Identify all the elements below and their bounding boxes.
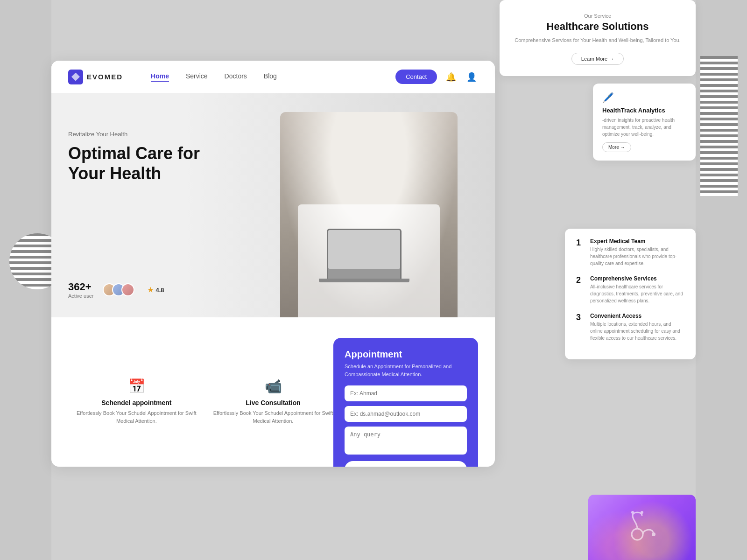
feature-list-content-1: Expert Medical Team Highly skilled docto…	[590, 238, 684, 267]
hero-title-line2: Your Health	[68, 164, 161, 183]
feature-list-content-3: Convenient Access Multiple locations, ex…	[590, 313, 684, 342]
brand-name: EVOMED	[87, 73, 123, 81]
nav-right: Contact 🔔 👤	[395, 70, 478, 84]
feature-num-2: 2	[576, 275, 585, 304]
doctor-photo	[280, 112, 458, 317]
hs-desc: Comprehensive Services for Your Health a…	[514, 36, 682, 44]
stethoscope-icon	[623, 509, 661, 546]
analytics-desc: -driven insights for proactive health ma…	[602, 117, 686, 138]
schedule-icon: 📅	[76, 378, 197, 394]
user-icon[interactable]: 👤	[465, 70, 478, 84]
feature-list-item-1: 1 Expert Medical Team Highly skilled doc…	[576, 238, 684, 267]
appointment-query-input[interactable]	[345, 427, 467, 455]
svg-point-1	[631, 511, 634, 514]
features-list-panel: 1 Expert Medical Team Highly skilled doc…	[565, 229, 696, 359]
purple-image-card	[588, 495, 696, 560]
feature-list-title-2: Comprehensive Services	[590, 275, 684, 282]
stat-label: Active user	[68, 293, 93, 299]
feature-list-item-3: 3 Convenient Access Multiple locations, …	[576, 313, 684, 342]
navbar: EVOMED Home Service Doctors Blog Contact…	[51, 61, 495, 93]
nav-links: Home Service Doctors Blog	[151, 72, 395, 82]
feature-list-desc-2: All-inclusive healthcare services for di…	[590, 283, 684, 304]
nav-home[interactable]: Home	[151, 72, 169, 82]
rating: ★ 4.8	[148, 286, 164, 294]
svg-point-3	[652, 532, 655, 536]
feature-schedule: 📅 Schendel appointment Effortlessly Book…	[68, 378, 205, 425]
feature-list-title-3: Convenient Access	[590, 313, 684, 319]
feature-num-1: 1	[576, 238, 585, 267]
nav-service[interactable]: Service	[186, 72, 208, 82]
feature-list-desc-1: Highly skilled doctors, specialists, and…	[590, 246, 684, 267]
feature-num-3: 3	[576, 313, 585, 342]
avatar-group	[103, 283, 134, 296]
appointment-card: Appointment Schedule an Appointment for …	[333, 338, 478, 467]
doctor-image	[280, 112, 458, 317]
svg-point-0	[632, 529, 643, 540]
hs-learn-more-button[interactable]: Learn More →	[571, 53, 624, 65]
feature-list-desc-3: Multiple locations, extended hours, and …	[590, 321, 684, 342]
nav-blog[interactable]: Blog	[264, 72, 277, 82]
logo-area: EVOMED	[68, 70, 123, 84]
hero-title-line1: Optimal Care for	[68, 144, 200, 163]
analytics-icon: 🖊️	[602, 92, 686, 103]
appointment-email-input[interactable]	[345, 406, 467, 422]
rating-value: 4.8	[155, 287, 164, 294]
stat-number: 362+	[68, 281, 93, 293]
avatar-3	[121, 283, 134, 296]
hs-service-label: Our Service	[514, 13, 682, 19]
feature-consultation: 📹 Live Consultation Effortlessly Book Yo…	[205, 378, 342, 425]
logo-icon	[68, 70, 83, 84]
notification-icon[interactable]: 🔔	[444, 70, 458, 84]
analytics-card: 🖊️ HealthTrack Analytics -driven insight…	[593, 84, 696, 161]
schedule-title: Schendel appointment	[76, 399, 197, 406]
hs-title: Healthcare Solutions	[514, 21, 682, 33]
right-panel: Our Service Healthcare Solutions Compreh…	[500, 0, 696, 168]
schedule-desc: Effortlessly Book Your Schudel Appointme…	[76, 409, 197, 425]
contact-button[interactable]: Contact	[395, 70, 437, 84]
appointment-name-input[interactable]	[345, 385, 467, 401]
hero-section: Revitalize Your Health Optimal Care for …	[51, 93, 495, 317]
main-card: EVOMED Home Service Doctors Blog Contact…	[51, 61, 495, 467]
nav-doctors[interactable]: Doctors	[225, 72, 247, 82]
analytics-title: HealthTrack Analytics	[602, 107, 686, 114]
consultation-desc: Effortlessly Book Your Schudel Appointme…	[212, 409, 334, 425]
healthcare-solutions-card: Our Service Healthcare Solutions Compreh…	[500, 0, 696, 76]
appointment-submit-button[interactable]: Submit	[345, 461, 467, 467]
consultation-title: Live Consultation	[212, 399, 334, 406]
appointment-title: Appointment	[345, 349, 467, 360]
stat-block: 362+ Active user	[68, 281, 93, 299]
consultation-icon: 📹	[212, 378, 334, 394]
hero-title: Optimal Care for Your Health	[68, 143, 200, 183]
laptop-image	[327, 229, 402, 280]
feature-list-item-2: 2 Comprehensive Services All-inclusive h…	[576, 275, 684, 304]
purple-overlay	[588, 495, 696, 560]
hero-content: Revitalize Your Health Optimal Care for …	[68, 131, 200, 197]
appointment-subtitle: Schedule an Appointment for Personalized…	[345, 363, 467, 378]
analytics-more-button[interactable]: More →	[602, 142, 631, 152]
hero-subtitle: Revitalize Your Health	[68, 131, 200, 138]
feature-list-content-2: Comprehensive Services All-inclusive hea…	[590, 275, 684, 304]
star-icon: ★	[148, 286, 154, 294]
hero-stats: 362+ Active user ★ 4.8	[68, 281, 164, 299]
striped-bar-decoration	[700, 56, 738, 196]
feature-list-title-1: Expert Medical Team	[590, 238, 684, 245]
svg-point-2	[641, 511, 643, 514]
